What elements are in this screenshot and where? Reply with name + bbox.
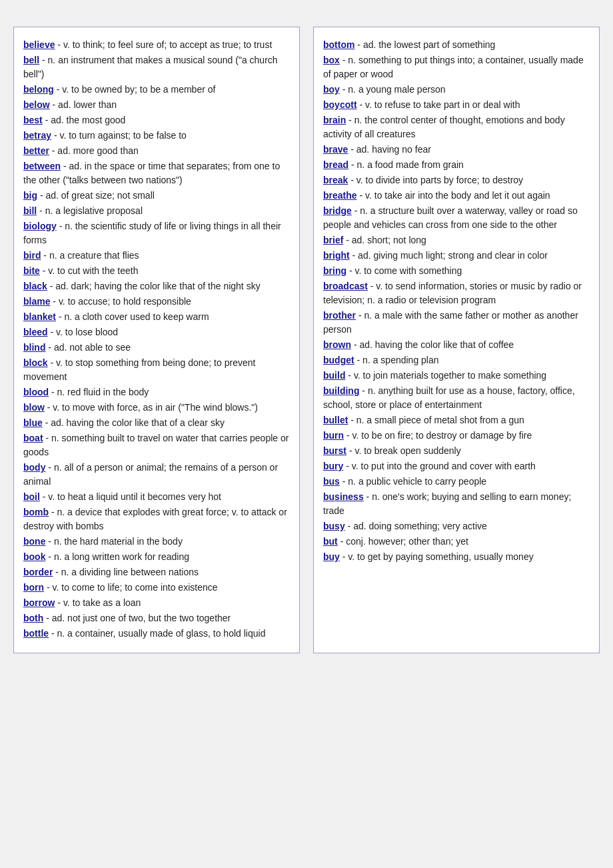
definition-text: - ad. not able to see	[45, 342, 131, 353]
list-item: bus - n. a public vehicle to carry peopl…	[323, 475, 590, 489]
list-item: broadcast - v. to send information, stor…	[323, 279, 590, 307]
definition-text: - n. a creature that flies	[41, 250, 139, 261]
term-label: bring	[323, 265, 346, 276]
term-label: burst	[323, 445, 346, 456]
list-item: buy - v. to get by paying something, usu…	[323, 550, 590, 564]
definition-text: - n. an instrument that makes a musical …	[23, 55, 278, 79]
list-item: burst - v. to break open suddenly	[323, 444, 590, 458]
term-label: big	[23, 190, 37, 201]
definition-text: - v. to heat a liquid until it becomes v…	[40, 491, 221, 502]
term-label: borrow	[23, 597, 55, 608]
definition-text: - n. anything built for use as a house, …	[323, 385, 575, 410]
definition-text: - n. a legislative proposal	[37, 205, 143, 216]
list-item: brief - ad. short; not long	[323, 233, 590, 247]
term-label: blow	[23, 402, 45, 413]
definition-text: - ad. dark; having the color like that o…	[47, 281, 261, 291]
list-item: best - ad. the most good	[23, 113, 290, 127]
term-label: believe	[23, 39, 55, 50]
term-label: bottom	[323, 39, 354, 50]
list-item: bone - n. the hard material in the body	[23, 535, 290, 549]
term-label: better	[23, 145, 49, 156]
term-label: box	[323, 55, 340, 65]
definition-text: - n. a dividing line between nations	[53, 567, 199, 577]
term-label: bridge	[323, 205, 352, 216]
list-item: bleed - v. to lose blood	[23, 325, 290, 339]
term-label: breathe	[323, 190, 357, 201]
list-item: brown - ad. having the color like that o…	[323, 338, 590, 352]
term-label: book	[23, 551, 45, 562]
list-item: boat - n. something built to travel on w…	[23, 431, 290, 459]
definition-text: - v. to join materials together to make …	[345, 370, 546, 381]
term-label: brain	[323, 115, 346, 125]
list-item: busy - ad. doing something; very active	[323, 519, 590, 533]
list-item: blue - ad. having the color like that of…	[23, 416, 290, 430]
term-label: bright	[323, 250, 350, 261]
term-label: building	[323, 385, 359, 396]
definition-text: - n. a container, usually made of glass,…	[49, 628, 265, 639]
definition-text: - ad. having the color like that of a cl…	[43, 417, 225, 428]
list-item: bird - n. a creature that flies	[23, 249, 290, 263]
list-item: blanket - n. a cloth cover used to keep …	[23, 310, 290, 324]
term-label: but	[323, 536, 338, 547]
term-label: bread	[323, 159, 348, 170]
definition-text: - v. to cut with the teeth	[40, 265, 139, 276]
list-item: boil - v. to heat a liquid until it beco…	[23, 490, 290, 504]
definition-text: - n. the hard material in the body	[45, 536, 182, 547]
term-label: body	[23, 462, 45, 473]
term-label: best	[23, 115, 43, 125]
list-item: boy - n. a young male person	[323, 83, 590, 97]
term-label: block	[23, 357, 48, 368]
definition-text: - n. a device that explodes with great f…	[23, 507, 287, 531]
list-item: bottle - n. a container, usually made of…	[23, 627, 290, 641]
definition-text: - n. red fluid in the body	[49, 387, 149, 397]
term-label: bone	[23, 536, 45, 547]
list-item: betray - v. to turn against; to be false…	[23, 129, 290, 143]
list-item: born - v. to come to life; to come into …	[23, 581, 290, 595]
list-item: blame - v. to accuse; to hold responsibl…	[23, 295, 290, 309]
definition-text: - n. all of a person or animal; the rema…	[23, 462, 278, 487]
term-label: bite	[23, 265, 40, 276]
term-label: bomb	[23, 507, 49, 517]
definition-text: - ad. of great size; not small	[37, 190, 155, 201]
definition-text: - v. to divide into parts by force; to d…	[348, 175, 523, 185]
definition-text: - v. to refuse to take part in or deal w…	[357, 99, 520, 110]
term-label: betray	[23, 130, 51, 141]
term-label: brave	[323, 144, 348, 155]
term-label: burn	[323, 430, 344, 441]
definition-text: - ad. lower than	[50, 99, 117, 110]
definition-text: - v. to come with something	[346, 265, 462, 276]
definition-text: - conj. however; other than; yet	[338, 536, 468, 547]
list-item: better - ad. more good than	[23, 144, 290, 158]
definition-text: - v. to put into the ground and cover wi…	[343, 461, 535, 471]
term-label: boat	[23, 433, 43, 443]
list-item: book - n. a long written work for readin…	[23, 550, 290, 564]
definition-text: - v. to take as a loan	[55, 597, 141, 608]
definition-text: - v. to turn against; to be false to	[51, 130, 187, 141]
main-content: believe - v. to think; to feel sure of; …	[13, 27, 600, 653]
term-label: brown	[323, 339, 351, 350]
list-item: bury - v. to put into the ground and cov…	[323, 459, 590, 473]
list-item: biology - n. the scientific study of lif…	[23, 219, 290, 247]
list-item: boycott - v. to refuse to take part in o…	[323, 98, 590, 112]
term-label: black	[23, 281, 47, 291]
definition-text: - n. a cloth cover used to keep warm	[56, 311, 209, 322]
definition-text: - n. a male with the same father or moth…	[323, 310, 578, 335]
definition-text: - n. a food made from grain	[348, 159, 464, 170]
term-label: boy	[323, 84, 340, 95]
term-label: both	[23, 613, 43, 623]
definition-text: - v. to be owned by; to be a member of	[54, 84, 216, 95]
list-item: block - v. to stop something from being …	[23, 356, 290, 384]
definition-text: - n. a public vehicle to carry people	[340, 476, 486, 487]
definition-text: - ad. the lowest part of something	[354, 39, 495, 50]
term-label: boil	[23, 491, 40, 502]
definition-text: - ad. doing something; very active	[345, 521, 487, 531]
column-right: bottom - ad. the lowest part of somethin…	[313, 27, 600, 653]
list-item: borrow - v. to take as a loan	[23, 596, 290, 610]
definition-text: - v. to get by paying something, usually…	[340, 551, 534, 562]
definition-text: - ad. having no fear	[348, 144, 431, 155]
term-label: brother	[323, 310, 356, 321]
list-item: bite - v. to cut with the teeth	[23, 264, 290, 278]
definition-text: - n. the scientific study of life or liv…	[23, 221, 281, 245]
definition-text: - n. the control center of thought, emot…	[323, 115, 565, 139]
definition-text: - v. to be on fire; to destroy or damage…	[344, 430, 532, 441]
